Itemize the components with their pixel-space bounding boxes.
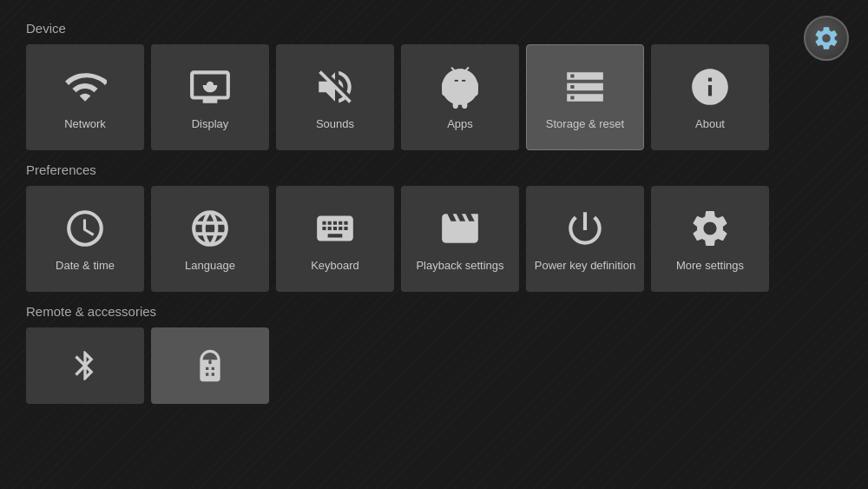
tile-network-label: Network [64, 117, 106, 130]
tile-date-time[interactable]: Date & time [26, 186, 144, 292]
preferences-section: Preferences Date & time Language [26, 162, 842, 292]
device-tiles-row: Network Display Sounds [26, 44, 842, 150]
tile-sounds[interactable]: Sounds [276, 44, 394, 150]
tile-keyboard[interactable]: Keyboard [276, 186, 394, 292]
gear-icon[interactable] [804, 16, 849, 61]
display-icon [188, 65, 232, 109]
sounds-icon [313, 65, 357, 109]
globe-icon [188, 207, 232, 250]
tile-power-key-definition-label: Power key definition [535, 259, 635, 272]
tile-apps-label: Apps [447, 117, 473, 130]
bluetooth-icon [68, 348, 102, 383]
remote-tiles-row [26, 327, 842, 404]
tile-sounds-label: Sounds [316, 117, 354, 130]
tile-remote[interactable] [151, 327, 269, 404]
tile-power-key-definition[interactable]: Power key definition [526, 186, 644, 292]
remote-accessories-section-label: Remote & accessories [26, 304, 842, 319]
info-icon [688, 65, 732, 109]
film-icon [438, 207, 482, 250]
tile-bluetooth[interactable] [26, 327, 144, 404]
remote-accessories-section: Remote & accessories [26, 304, 842, 404]
gear-settings-icon [688, 207, 732, 250]
tile-playback-settings-label: Playback settings [416, 259, 503, 272]
tile-keyboard-label: Keyboard [311, 259, 359, 272]
tile-display[interactable]: Display [151, 44, 269, 150]
clock-icon [63, 207, 107, 250]
power-icon [563, 207, 607, 250]
tile-network[interactable]: Network [26, 44, 144, 150]
tile-date-time-label: Date & time [56, 259, 115, 272]
remote-icon [193, 348, 227, 383]
keyboard-icon [313, 207, 357, 250]
settings-page: Device Network Display [0, 0, 868, 421]
apps-icon [438, 65, 482, 109]
tile-display-label: Display [192, 117, 229, 130]
tile-playback-settings[interactable]: Playback settings [401, 186, 519, 292]
device-section-label: Device [26, 21, 842, 36]
tile-language[interactable]: Language [151, 186, 269, 292]
tile-about-label: About [695, 117, 725, 130]
tile-storage-reset-label: Storage & reset [546, 117, 624, 130]
preferences-tiles-row: Date & time Language Keyboard [26, 186, 842, 292]
preferences-section-label: Preferences [26, 162, 842, 177]
tile-about[interactable]: About [651, 44, 769, 150]
wifi-icon [63, 65, 107, 109]
tile-more-settings[interactable]: More settings [651, 186, 769, 292]
device-section: Device Network Display [26, 21, 842, 150]
tile-storage-reset[interactable]: Storage & reset [526, 44, 644, 150]
tile-language-label: Language [185, 259, 235, 272]
storage-icon [563, 65, 607, 109]
tile-more-settings-label: More settings [676, 259, 744, 272]
tile-apps[interactable]: Apps [401, 44, 519, 150]
